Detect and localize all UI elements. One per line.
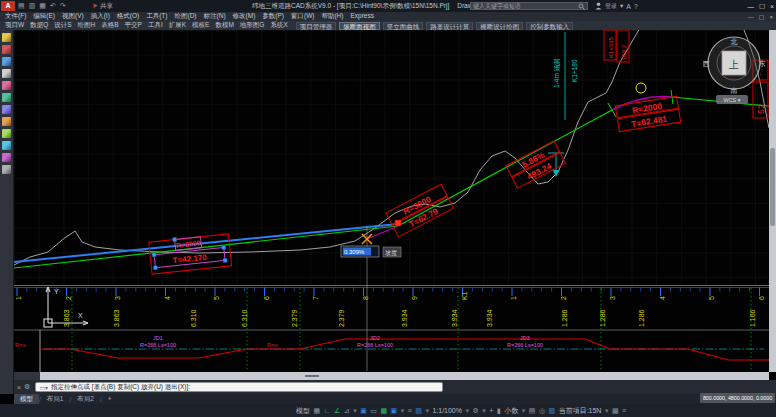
- status-icon-7[interactable]: ▣: [360, 407, 367, 415]
- hint-menu-绘图H[interactable]: 绘图H: [78, 21, 96, 30]
- status-icon-23[interactable]: ▤: [529, 407, 536, 415]
- status-icon-12[interactable]: ≡: [408, 407, 412, 414]
- side-tool-1-icon[interactable]: [2, 33, 11, 42]
- menu-工具(T)[interactable]: 工具(T): [146, 12, 167, 21]
- status-icon-21[interactable]: 小数: [504, 406, 518, 416]
- hint-menu-数模M[interactable]: 数模M: [215, 21, 233, 30]
- status-icon-1[interactable]: 模型: [296, 406, 310, 416]
- side-tool-8-icon[interactable]: [2, 117, 11, 126]
- status-icon-2[interactable]: ▦: [314, 407, 321, 415]
- side-tool-4-icon[interactable]: [2, 69, 11, 78]
- side-tool-12-icon[interactable]: [2, 165, 11, 174]
- status-icon-28[interactable]: ▩: [612, 407, 619, 415]
- status-icon-24[interactable]: ◎: [539, 407, 545, 415]
- status-icon-6[interactable]: ▾: [353, 407, 357, 415]
- status-icon-17[interactable]: ⚙: [473, 407, 479, 415]
- profile-view[interactable]: 123456789K11234563.8633.8636.3106.3102.3…: [14, 30, 769, 372]
- vscroll-thumb[interactable]: [770, 148, 775, 226]
- close-button[interactable]: ×: [770, 3, 774, 10]
- hint-button-竖立面曲线[interactable]: 竖立面曲线: [383, 22, 424, 30]
- hint-menu-系统X[interactable]: 系统X: [270, 21, 287, 30]
- status-icon-26[interactable]: 当前项目:15N: [559, 406, 602, 416]
- hint-button-纵断面视图[interactable]: 纵断面视图: [339, 22, 380, 30]
- menu-帮助(H)[interactable]: 帮助(H): [321, 12, 343, 21]
- viewcube-south[interactable]: 南: [731, 87, 738, 94]
- tab-+[interactable]: +: [102, 394, 118, 404]
- command-input[interactable]: ▭▾ 指定拉伸点或 [基点(B) 复制(C) 放弃(U) 退出(X)]:: [35, 382, 443, 392]
- side-tool-6-icon[interactable]: [2, 93, 11, 102]
- hscroll-thumb[interactable]: [305, 375, 319, 377]
- status-icon-22[interactable]: ▾: [522, 407, 526, 415]
- quick-tool-5-icon[interactable]: ↷: [60, 2, 66, 10]
- share-button[interactable]: ➤ 共享: [92, 0, 113, 12]
- search-input[interactable]: 键入关键字或短语: [470, 2, 588, 10]
- grip[interactable]: [223, 258, 227, 262]
- status-icon-20[interactable]: ▮: [497, 407, 501, 415]
- quick-tool-4-icon[interactable]: ↶: [50, 2, 56, 10]
- side-tool-9-icon[interactable]: [2, 129, 11, 138]
- menu-格式(O)[interactable]: 格式(O): [117, 12, 139, 21]
- signin-button[interactable]: 登录: [605, 2, 617, 11]
- status-icon-4[interactable]: ∠: [334, 407, 340, 415]
- menu-插入(I)[interactable]: 插入(I): [91, 12, 110, 21]
- status-icon-18[interactable]: ▾: [482, 407, 486, 415]
- hint-button-项目管理器[interactable]: 项目管理器: [296, 22, 337, 30]
- doc-minimize-button[interactable]: —: [748, 14, 754, 20]
- tab-模型[interactable]: 模型: [14, 394, 39, 404]
- hot-grip[interactable]: [395, 220, 401, 226]
- vertical-scrollbar[interactable]: [769, 30, 776, 372]
- status-icon-5[interactable]: ⊿: [344, 407, 350, 415]
- menu-Express[interactable]: Express: [350, 12, 373, 21]
- doc-restore-button[interactable]: ▢: [759, 13, 765, 20]
- menu-编辑(E)[interactable]: 编辑(E): [33, 12, 55, 21]
- cart-icon[interactable]: ▾: [620, 2, 623, 10]
- hint-menu-设计S[interactable]: 设计S: [54, 21, 71, 30]
- grip[interactable]: [152, 253, 156, 257]
- menu-标注(N)[interactable]: 标注(N): [204, 12, 226, 21]
- hint-menu-模板E[interactable]: 模板E: [192, 21, 209, 30]
- side-tool-11-icon[interactable]: [2, 153, 11, 162]
- menu-参数(P)[interactable]: 参数(P): [262, 12, 284, 21]
- hint-button-路基设计计算[interactable]: 路基设计计算: [426, 22, 473, 30]
- status-icon-10[interactable]: ▣: [391, 407, 398, 415]
- viewcube-west[interactable]: 西: [703, 60, 710, 68]
- quick-tool-1-icon[interactable]: ▤: [18, 2, 25, 10]
- status-icon-25[interactable]: ▧: [549, 407, 556, 415]
- hint-menu-扩展K[interactable]: 扩展K: [169, 21, 186, 30]
- side-tool-7-icon[interactable]: [2, 105, 11, 114]
- quick-tool-3-icon[interactable]: ▦: [39, 2, 46, 10]
- status-icon-11[interactable]: ▾: [401, 407, 405, 415]
- autodesk-a-icon[interactable]: A: [626, 3, 631, 10]
- side-tool-5-icon[interactable]: [2, 81, 11, 90]
- hint-menu-工具I[interactable]: 工具I: [148, 21, 163, 30]
- help-icon[interactable]: ?: [634, 3, 638, 10]
- status-icon-14[interactable]: ▾: [425, 407, 429, 415]
- status-icon-29[interactable]: ≡: [622, 407, 626, 414]
- dynamic-input[interactable]: 0.309% 坡度: [341, 246, 401, 257]
- viewcube-north[interactable]: 北: [731, 38, 738, 46]
- side-tool-10-icon[interactable]: [2, 141, 11, 150]
- side-tool-2-icon[interactable]: [2, 45, 11, 54]
- menu-绘图(D)[interactable]: 绘图(D): [175, 12, 197, 21]
- drawing-canvas[interactable]: 123456789K11234563.8633.8636.3106.3102.3…: [14, 30, 769, 372]
- status-icon-19[interactable]: +: [489, 407, 493, 414]
- viewcube-east[interactable]: 东: [759, 60, 766, 67]
- menu-修改(M)[interactable]: 修改(M): [233, 12, 256, 21]
- hint-button-控制参数输入[interactable]: 控制参数输入: [526, 22, 573, 30]
- search-icon[interactable]: [578, 3, 585, 10]
- grip[interactable]: [153, 265, 157, 269]
- status-icon-15[interactable]: 1:1/100%: [432, 407, 462, 414]
- user-icon[interactable]: [595, 2, 602, 10]
- horizontal-scrollbar[interactable]: [40, 372, 769, 380]
- doc-close-button[interactable]: ×: [769, 14, 773, 20]
- quick-tool-2-icon[interactable]: ▥: [29, 2, 36, 10]
- status-icon-27[interactable]: ▾: [605, 407, 609, 415]
- status-icon-16[interactable]: ▾: [466, 407, 470, 415]
- tab-布局1[interactable]: 布局1: [41, 394, 70, 404]
- hint-menu-数据Q[interactable]: 数据Q: [30, 21, 48, 30]
- status-icon-8[interactable]: ▭: [370, 407, 377, 415]
- menu-视图(V)[interactable]: 视图(V): [62, 12, 84, 21]
- hint-menu-项目W[interactable]: 项目W: [5, 21, 24, 30]
- minimize-button[interactable]: —: [748, 3, 755, 10]
- hint-menu-表格B[interactable]: 表格B: [101, 21, 118, 30]
